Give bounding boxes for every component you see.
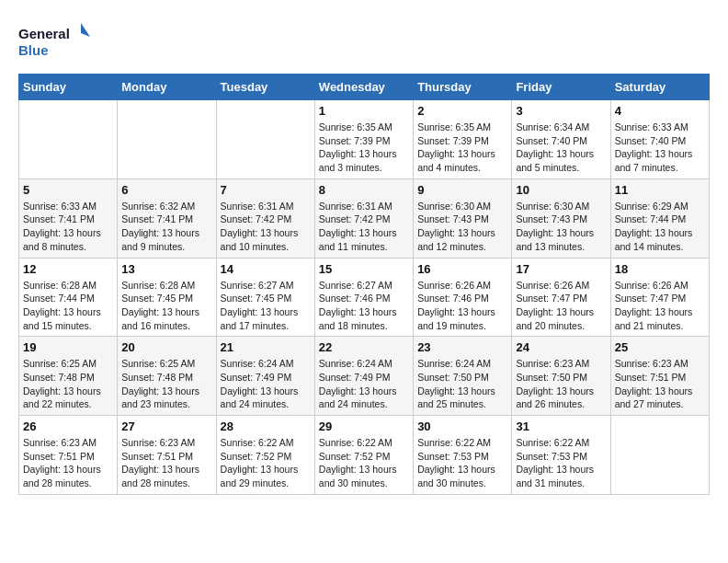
day-info: Sunrise: 6:22 AMSunset: 7:52 PMDaylight:…	[221, 436, 311, 490]
day-number: 2	[417, 104, 507, 118]
day-info: Sunrise: 6:23 AMSunset: 7:51 PMDaylight:…	[615, 357, 705, 411]
day-of-week-friday: Friday	[512, 75, 610, 100]
day-cell: 9Sunrise: 6:30 AMSunset: 7:43 PMDaylight…	[414, 178, 512, 258]
page-header: General Blue	[18, 18, 710, 64]
day-info: Sunrise: 6:25 AMSunset: 7:48 PMDaylight:…	[23, 357, 113, 411]
day-info: Sunrise: 6:23 AMSunset: 7:51 PMDaylight:…	[121, 436, 211, 490]
day-number: 18	[615, 262, 705, 276]
day-of-week-sunday: Sunday	[19, 75, 118, 100]
day-number: 7	[221, 183, 311, 197]
day-number: 10	[516, 183, 606, 197]
day-info: Sunrise: 6:23 AMSunset: 7:51 PMDaylight:…	[23, 436, 113, 490]
day-info: Sunrise: 6:26 AMSunset: 7:47 PMDaylight:…	[615, 279, 705, 333]
day-info: Sunrise: 6:35 AMSunset: 7:39 PMDaylight:…	[319, 121, 409, 175]
day-cell: 28Sunrise: 6:22 AMSunset: 7:52 PMDayligh…	[216, 416, 314, 495]
day-info: Sunrise: 6:35 AMSunset: 7:39 PMDaylight:…	[417, 121, 507, 175]
day-cell: 22Sunrise: 6:24 AMSunset: 7:49 PMDayligh…	[314, 337, 413, 416]
day-number: 22	[319, 340, 409, 354]
day-cell: 3Sunrise: 6:34 AMSunset: 7:40 PMDaylight…	[512, 100, 610, 179]
day-cell: 30Sunrise: 6:22 AMSunset: 7:53 PMDayligh…	[414, 416, 512, 495]
day-of-week-thursday: Thursday	[414, 75, 512, 100]
day-number: 6	[121, 183, 211, 197]
day-of-week-monday: Monday	[118, 75, 216, 100]
day-info: Sunrise: 6:24 AMSunset: 7:49 PMDaylight:…	[221, 357, 311, 411]
logo-svg: General Blue	[18, 18, 92, 64]
day-cell: 26Sunrise: 6:23 AMSunset: 7:51 PMDayligh…	[19, 416, 118, 495]
week-row-3: 12Sunrise: 6:28 AMSunset: 7:44 PMDayligh…	[19, 258, 710, 337]
day-number: 12	[23, 262, 113, 276]
day-number: 9	[417, 183, 507, 197]
day-number: 1	[319, 104, 409, 118]
day-info: Sunrise: 6:22 AMSunset: 7:53 PMDaylight:…	[417, 436, 507, 490]
day-info: Sunrise: 6:27 AMSunset: 7:45 PMDaylight:…	[221, 279, 311, 333]
day-info: Sunrise: 6:22 AMSunset: 7:52 PMDaylight:…	[319, 436, 409, 490]
week-row-1: 1Sunrise: 6:35 AMSunset: 7:39 PMDaylight…	[19, 100, 710, 179]
day-cell: 16Sunrise: 6:26 AMSunset: 7:46 PMDayligh…	[414, 258, 512, 337]
day-info: Sunrise: 6:22 AMSunset: 7:53 PMDaylight:…	[516, 436, 606, 490]
day-cell: 25Sunrise: 6:23 AMSunset: 7:51 PMDayligh…	[610, 337, 709, 416]
day-number: 16	[417, 262, 507, 276]
calendar-body: 1Sunrise: 6:35 AMSunset: 7:39 PMDaylight…	[19, 100, 710, 495]
day-cell: 7Sunrise: 6:31 AMSunset: 7:42 PMDaylight…	[216, 178, 314, 258]
day-of-week-saturday: Saturday	[610, 75, 709, 100]
day-cell: 6Sunrise: 6:32 AMSunset: 7:41 PMDaylight…	[118, 178, 216, 258]
day-info: Sunrise: 6:28 AMSunset: 7:44 PMDaylight:…	[23, 279, 113, 333]
day-cell: 13Sunrise: 6:28 AMSunset: 7:45 PMDayligh…	[118, 258, 216, 337]
day-number: 23	[417, 340, 507, 354]
day-info: Sunrise: 6:24 AMSunset: 7:50 PMDaylight:…	[417, 357, 507, 411]
day-number: 8	[319, 183, 409, 197]
week-row-4: 19Sunrise: 6:25 AMSunset: 7:48 PMDayligh…	[19, 337, 710, 416]
day-cell: 29Sunrise: 6:22 AMSunset: 7:52 PMDayligh…	[314, 416, 413, 495]
day-cell	[610, 416, 709, 495]
svg-text:General: General	[18, 26, 70, 41]
day-info: Sunrise: 6:28 AMSunset: 7:45 PMDaylight:…	[121, 279, 211, 333]
day-cell: 12Sunrise: 6:28 AMSunset: 7:44 PMDayligh…	[19, 258, 118, 337]
day-info: Sunrise: 6:26 AMSunset: 7:47 PMDaylight:…	[516, 279, 606, 333]
day-number: 29	[319, 419, 409, 433]
day-info: Sunrise: 6:27 AMSunset: 7:46 PMDaylight:…	[319, 279, 409, 333]
day-cell: 21Sunrise: 6:24 AMSunset: 7:49 PMDayligh…	[216, 337, 314, 416]
svg-marker-2	[81, 23, 90, 37]
day-info: Sunrise: 6:31 AMSunset: 7:42 PMDaylight:…	[319, 200, 409, 254]
day-cell: 4Sunrise: 6:33 AMSunset: 7:40 PMDaylight…	[610, 100, 709, 179]
day-number: 17	[516, 262, 606, 276]
day-cell	[19, 100, 118, 179]
day-cell	[118, 100, 216, 179]
day-cell: 20Sunrise: 6:25 AMSunset: 7:48 PMDayligh…	[118, 337, 216, 416]
day-cell: 27Sunrise: 6:23 AMSunset: 7:51 PMDayligh…	[118, 416, 216, 495]
calendar-header: SundayMondayTuesdayWednesdayThursdayFrid…	[19, 75, 710, 100]
day-info: Sunrise: 6:24 AMSunset: 7:49 PMDaylight:…	[319, 357, 409, 411]
day-number: 21	[221, 340, 311, 354]
day-number: 20	[121, 340, 211, 354]
day-number: 25	[615, 340, 705, 354]
day-number: 26	[23, 419, 113, 433]
day-info: Sunrise: 6:30 AMSunset: 7:43 PMDaylight:…	[417, 200, 507, 254]
calendar-table: SundayMondayTuesdayWednesdayThursdayFrid…	[18, 74, 710, 495]
day-number: 4	[615, 104, 705, 118]
day-info: Sunrise: 6:31 AMSunset: 7:42 PMDaylight:…	[221, 200, 311, 254]
day-number: 24	[516, 340, 606, 354]
day-info: Sunrise: 6:30 AMSunset: 7:43 PMDaylight:…	[516, 200, 606, 254]
day-number: 14	[221, 262, 311, 276]
day-info: Sunrise: 6:29 AMSunset: 7:44 PMDaylight:…	[615, 200, 705, 254]
day-cell: 23Sunrise: 6:24 AMSunset: 7:50 PMDayligh…	[414, 337, 512, 416]
day-cell: 24Sunrise: 6:23 AMSunset: 7:50 PMDayligh…	[512, 337, 610, 416]
day-cell: 8Sunrise: 6:31 AMSunset: 7:42 PMDaylight…	[314, 178, 413, 258]
day-info: Sunrise: 6:26 AMSunset: 7:46 PMDaylight:…	[417, 279, 507, 333]
day-number: 3	[516, 104, 606, 118]
day-cell: 15Sunrise: 6:27 AMSunset: 7:46 PMDayligh…	[314, 258, 413, 337]
day-number: 31	[516, 419, 606, 433]
day-info: Sunrise: 6:33 AMSunset: 7:41 PMDaylight:…	[23, 200, 113, 254]
day-cell: 14Sunrise: 6:27 AMSunset: 7:45 PMDayligh…	[216, 258, 314, 337]
day-cell: 19Sunrise: 6:25 AMSunset: 7:48 PMDayligh…	[19, 337, 118, 416]
day-cell: 18Sunrise: 6:26 AMSunset: 7:47 PMDayligh…	[610, 258, 709, 337]
day-number: 19	[23, 340, 113, 354]
day-cell: 31Sunrise: 6:22 AMSunset: 7:53 PMDayligh…	[512, 416, 610, 495]
day-cell: 17Sunrise: 6:26 AMSunset: 7:47 PMDayligh…	[512, 258, 610, 337]
day-number: 27	[121, 419, 211, 433]
day-number: 5	[23, 183, 113, 197]
day-of-week-tuesday: Tuesday	[216, 75, 314, 100]
day-cell: 2Sunrise: 6:35 AMSunset: 7:39 PMDaylight…	[414, 100, 512, 179]
day-cell: 1Sunrise: 6:35 AMSunset: 7:39 PMDaylight…	[314, 100, 413, 179]
day-cell: 5Sunrise: 6:33 AMSunset: 7:41 PMDaylight…	[19, 178, 118, 258]
